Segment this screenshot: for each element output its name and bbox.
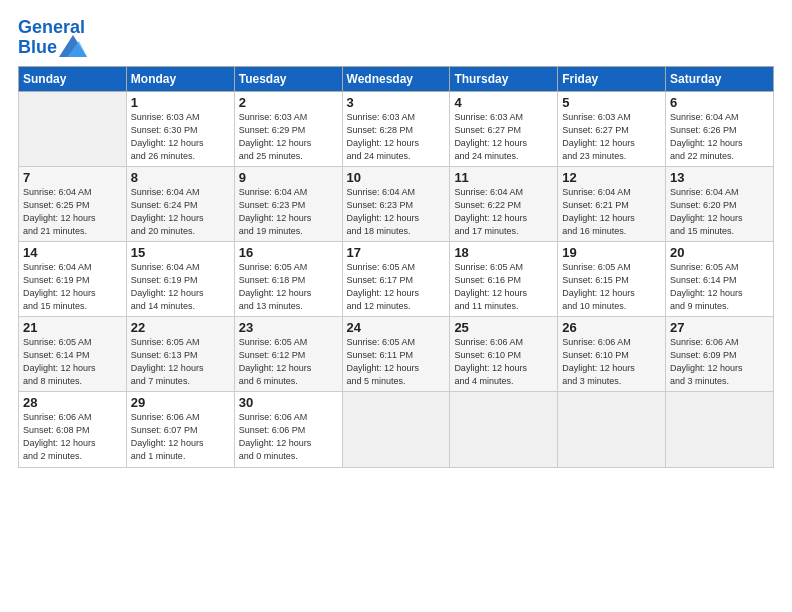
day-info: Sunrise: 6:03 AM Sunset: 6:27 PM Dayligh… [562, 111, 661, 163]
day-cell: 17Sunrise: 6:05 AM Sunset: 6:17 PM Dayli… [342, 241, 450, 316]
week-row-2: 7Sunrise: 6:04 AM Sunset: 6:25 PM Daylig… [19, 166, 774, 241]
day-cell: 28Sunrise: 6:06 AM Sunset: 6:08 PM Dayli… [19, 392, 127, 467]
day-cell [666, 392, 774, 467]
day-number: 13 [670, 170, 769, 185]
day-cell: 27Sunrise: 6:06 AM Sunset: 6:09 PM Dayli… [666, 317, 774, 392]
day-number: 23 [239, 320, 338, 335]
day-info: Sunrise: 6:05 AM Sunset: 6:15 PM Dayligh… [562, 261, 661, 313]
day-cell [342, 392, 450, 467]
day-number: 21 [23, 320, 122, 335]
day-number: 4 [454, 95, 553, 110]
header-cell-tuesday: Tuesday [234, 66, 342, 91]
day-info: Sunrise: 6:06 AM Sunset: 6:09 PM Dayligh… [670, 336, 769, 388]
day-info: Sunrise: 6:05 AM Sunset: 6:11 PM Dayligh… [347, 336, 446, 388]
day-info: Sunrise: 6:05 AM Sunset: 6:13 PM Dayligh… [131, 336, 230, 388]
day-cell: 3Sunrise: 6:03 AM Sunset: 6:28 PM Daylig… [342, 91, 450, 166]
day-number: 18 [454, 245, 553, 260]
day-cell [450, 392, 558, 467]
day-info: Sunrise: 6:06 AM Sunset: 6:07 PM Dayligh… [131, 411, 230, 463]
day-number: 20 [670, 245, 769, 260]
day-number: 8 [131, 170, 230, 185]
logo: General Blue [18, 18, 87, 58]
day-cell: 1Sunrise: 6:03 AM Sunset: 6:30 PM Daylig… [126, 91, 234, 166]
day-info: Sunrise: 6:06 AM Sunset: 6:06 PM Dayligh… [239, 411, 338, 463]
day-number: 15 [131, 245, 230, 260]
day-number: 19 [562, 245, 661, 260]
day-number: 25 [454, 320, 553, 335]
day-cell: 30Sunrise: 6:06 AM Sunset: 6:06 PM Dayli… [234, 392, 342, 467]
day-cell [558, 392, 666, 467]
day-cell: 6Sunrise: 6:04 AM Sunset: 6:26 PM Daylig… [666, 91, 774, 166]
day-cell: 25Sunrise: 6:06 AM Sunset: 6:10 PM Dayli… [450, 317, 558, 392]
day-number: 1 [131, 95, 230, 110]
header-cell-wednesday: Wednesday [342, 66, 450, 91]
day-cell: 20Sunrise: 6:05 AM Sunset: 6:14 PM Dayli… [666, 241, 774, 316]
page: General Blue SundayMondayTuesdayWednesda… [0, 0, 792, 612]
header: General Blue [18, 18, 774, 58]
day-number: 5 [562, 95, 661, 110]
day-number: 28 [23, 395, 122, 410]
day-info: Sunrise: 6:06 AM Sunset: 6:08 PM Dayligh… [23, 411, 122, 463]
week-row-3: 14Sunrise: 6:04 AM Sunset: 6:19 PM Dayli… [19, 241, 774, 316]
day-info: Sunrise: 6:05 AM Sunset: 6:14 PM Dayligh… [670, 261, 769, 313]
day-info: Sunrise: 6:06 AM Sunset: 6:10 PM Dayligh… [562, 336, 661, 388]
day-info: Sunrise: 6:05 AM Sunset: 6:14 PM Dayligh… [23, 336, 122, 388]
day-cell: 21Sunrise: 6:05 AM Sunset: 6:14 PM Dayli… [19, 317, 127, 392]
calendar-table: SundayMondayTuesdayWednesdayThursdayFrid… [18, 66, 774, 468]
day-number: 10 [347, 170, 446, 185]
day-info: Sunrise: 6:04 AM Sunset: 6:25 PM Dayligh… [23, 186, 122, 238]
day-number: 27 [670, 320, 769, 335]
header-cell-thursday: Thursday [450, 66, 558, 91]
day-number: 12 [562, 170, 661, 185]
day-cell: 4Sunrise: 6:03 AM Sunset: 6:27 PM Daylig… [450, 91, 558, 166]
day-info: Sunrise: 6:04 AM Sunset: 6:19 PM Dayligh… [23, 261, 122, 313]
day-info: Sunrise: 6:03 AM Sunset: 6:27 PM Dayligh… [454, 111, 553, 163]
day-info: Sunrise: 6:04 AM Sunset: 6:24 PM Dayligh… [131, 186, 230, 238]
day-info: Sunrise: 6:06 AM Sunset: 6:10 PM Dayligh… [454, 336, 553, 388]
day-cell: 29Sunrise: 6:06 AM Sunset: 6:07 PM Dayli… [126, 392, 234, 467]
day-number: 2 [239, 95, 338, 110]
day-info: Sunrise: 6:03 AM Sunset: 6:30 PM Dayligh… [131, 111, 230, 163]
day-info: Sunrise: 6:04 AM Sunset: 6:20 PM Dayligh… [670, 186, 769, 238]
day-cell: 24Sunrise: 6:05 AM Sunset: 6:11 PM Dayli… [342, 317, 450, 392]
day-number: 3 [347, 95, 446, 110]
day-number: 9 [239, 170, 338, 185]
day-cell: 2Sunrise: 6:03 AM Sunset: 6:29 PM Daylig… [234, 91, 342, 166]
day-info: Sunrise: 6:04 AM Sunset: 6:26 PM Dayligh… [670, 111, 769, 163]
day-info: Sunrise: 6:03 AM Sunset: 6:29 PM Dayligh… [239, 111, 338, 163]
day-number: 16 [239, 245, 338, 260]
day-cell: 7Sunrise: 6:04 AM Sunset: 6:25 PM Daylig… [19, 166, 127, 241]
logo-icon [59, 35, 87, 57]
day-number: 30 [239, 395, 338, 410]
day-cell: 18Sunrise: 6:05 AM Sunset: 6:16 PM Dayli… [450, 241, 558, 316]
day-info: Sunrise: 6:04 AM Sunset: 6:21 PM Dayligh… [562, 186, 661, 238]
day-cell: 5Sunrise: 6:03 AM Sunset: 6:27 PM Daylig… [558, 91, 666, 166]
day-number: 6 [670, 95, 769, 110]
header-cell-sunday: Sunday [19, 66, 127, 91]
day-cell: 10Sunrise: 6:04 AM Sunset: 6:23 PM Dayli… [342, 166, 450, 241]
day-cell: 15Sunrise: 6:04 AM Sunset: 6:19 PM Dayli… [126, 241, 234, 316]
week-row-4: 21Sunrise: 6:05 AM Sunset: 6:14 PM Dayli… [19, 317, 774, 392]
day-number: 29 [131, 395, 230, 410]
week-row-5: 28Sunrise: 6:06 AM Sunset: 6:08 PM Dayli… [19, 392, 774, 467]
header-cell-friday: Friday [558, 66, 666, 91]
day-number: 22 [131, 320, 230, 335]
day-cell: 9Sunrise: 6:04 AM Sunset: 6:23 PM Daylig… [234, 166, 342, 241]
day-number: 24 [347, 320, 446, 335]
header-cell-saturday: Saturday [666, 66, 774, 91]
day-cell: 8Sunrise: 6:04 AM Sunset: 6:24 PM Daylig… [126, 166, 234, 241]
day-info: Sunrise: 6:04 AM Sunset: 6:19 PM Dayligh… [131, 261, 230, 313]
header-cell-monday: Monday [126, 66, 234, 91]
logo-blue-text: Blue [18, 38, 57, 58]
day-cell: 14Sunrise: 6:04 AM Sunset: 6:19 PM Dayli… [19, 241, 127, 316]
day-info: Sunrise: 6:05 AM Sunset: 6:18 PM Dayligh… [239, 261, 338, 313]
day-info: Sunrise: 6:04 AM Sunset: 6:23 PM Dayligh… [347, 186, 446, 238]
day-cell [19, 91, 127, 166]
day-cell: 19Sunrise: 6:05 AM Sunset: 6:15 PM Dayli… [558, 241, 666, 316]
day-info: Sunrise: 6:05 AM Sunset: 6:16 PM Dayligh… [454, 261, 553, 313]
day-number: 11 [454, 170, 553, 185]
day-cell: 23Sunrise: 6:05 AM Sunset: 6:12 PM Dayli… [234, 317, 342, 392]
day-info: Sunrise: 6:05 AM Sunset: 6:17 PM Dayligh… [347, 261, 446, 313]
day-number: 17 [347, 245, 446, 260]
day-cell: 12Sunrise: 6:04 AM Sunset: 6:21 PM Dayli… [558, 166, 666, 241]
